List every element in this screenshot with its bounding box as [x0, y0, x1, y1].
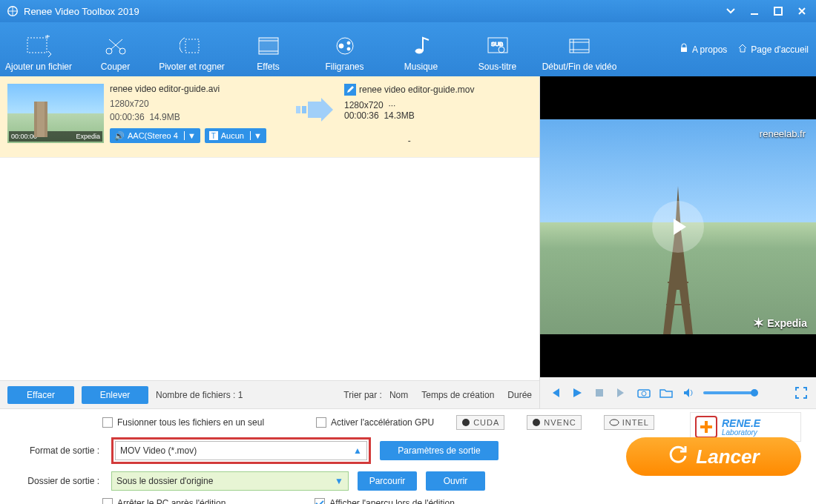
home-link[interactable]: Page d'accueil: [737, 43, 809, 56]
main-toolbar: Ajouter un fichier Couper Pivoter et rog…: [0, 22, 816, 76]
gpu-badge-cuda: CUDA: [456, 415, 504, 430]
svg-rect-15: [570, 39, 589, 53]
about-label: A propos: [692, 44, 727, 55]
output-params-button[interactable]: Paramètres de sortie: [380, 441, 499, 460]
sort-by-name[interactable]: Nom: [389, 390, 408, 400]
play-overlay-button[interactable]: [652, 201, 704, 253]
play-button[interactable]: [570, 385, 585, 400]
minimize-icon[interactable]: [746, 3, 763, 19]
svg-rect-16: [681, 47, 687, 52]
subtitle-dropdown[interactable]: T Aucun ▼: [205, 128, 266, 143]
rename-button[interactable]: [344, 84, 356, 96]
merge-checkbox[interactable]: [102, 417, 113, 428]
folder-label: Dossier de sortie :: [10, 476, 102, 486]
snapshot-button[interactable]: [636, 385, 651, 400]
launch-label: Lancer: [696, 445, 759, 468]
clear-button[interactable]: Effacer: [7, 386, 74, 404]
sort-by-label: Trier par :: [343, 390, 382, 400]
file-count-label: Nombre de fichiers : 1: [156, 390, 243, 400]
subs-pill-label: Aucun: [221, 131, 244, 140]
lock-icon: [679, 43, 689, 56]
toolbar-label: Filigranes: [325, 62, 363, 72]
conversion-arrow: [291, 84, 338, 150]
audio-track-dropdown[interactable]: 🔊 AAC(Stereo 4 ▼: [110, 128, 200, 143]
svg-point-14: [499, 47, 504, 53]
toolbar-label: Effets: [257, 62, 279, 72]
speaker-icon: 🔊: [114, 131, 125, 141]
thumb-source: Expedia: [76, 133, 100, 140]
sort-by-time[interactable]: Temps de création: [421, 390, 494, 400]
shutdown-checkbox[interactable]: [102, 498, 113, 504]
preview-source-badge: ✶Expedia: [753, 315, 807, 331]
volume-icon[interactable]: [681, 385, 696, 400]
logo-cross-icon: [695, 416, 717, 438]
toolbar-rotate-crop[interactable]: Pivoter et rogner: [154, 22, 230, 76]
fullscreen-button[interactable]: [794, 385, 809, 400]
music-icon: [409, 33, 434, 59]
open-folder-button[interactable]: [659, 385, 674, 400]
svg-point-10: [347, 47, 350, 50]
toolbar-label: Couper: [101, 62, 130, 72]
svg-rect-1: [774, 7, 782, 15]
output-resolution: 1280x720: [344, 100, 384, 110]
preview-pane: reneelab.fr ✶Expedia: [540, 76, 816, 408]
app-logo-icon: [6, 4, 19, 18]
svg-point-22: [462, 419, 470, 426]
next-button[interactable]: [614, 385, 629, 400]
chevron-down-icon: ▼: [335, 476, 343, 486]
about-link[interactable]: A propos: [679, 43, 727, 56]
stop-button[interactable]: [592, 385, 607, 400]
sort-by-duration[interactable]: Durée: [507, 390, 532, 400]
input-filename: renee video editor-guide.avi: [110, 84, 285, 94]
scissors-icon: [103, 33, 128, 59]
browse-button[interactable]: Parcourir: [358, 471, 417, 491]
input-size: 14.9MB: [149, 112, 180, 122]
output-folder-dropdown[interactable]: Sous le dossier d'origine ▼: [111, 471, 349, 491]
volume-slider[interactable]: [703, 391, 757, 394]
preview-checkbox[interactable]: [315, 498, 325, 504]
logo-sub-text: Laboratory: [722, 428, 760, 437]
svg-rect-18: [302, 106, 306, 113]
close-icon[interactable]: [794, 3, 810, 19]
toolbar-label: Sous-titre: [478, 62, 516, 72]
format-value: MOV Video (*.mov): [120, 445, 197, 456]
toolbar-cut[interactable]: Couper: [77, 22, 154, 76]
watermark-icon: [332, 33, 358, 59]
file-thumbnail: 00:00:00 Expedia: [7, 84, 104, 143]
open-button[interactable]: Ouvrir: [426, 471, 485, 491]
svg-point-24: [610, 420, 619, 425]
toolbar-effects[interactable]: Effets: [230, 22, 306, 76]
chevron-down-icon: ▼: [184, 131, 196, 140]
add-file-icon: [26, 33, 51, 59]
output-panel: RENE.E Laboratory Fusionner tous les fic…: [0, 408, 816, 504]
maximize-icon[interactable]: [770, 3, 786, 19]
svg-point-9: [347, 42, 350, 44]
shutdown-label: Arrêter le PC après l'édition: [117, 498, 226, 504]
svg-point-8: [339, 44, 343, 48]
gpu-checkbox[interactable]: [316, 417, 326, 428]
toolbar-music[interactable]: Musique: [383, 22, 459, 76]
toolbar-trim[interactable]: Début/Fin de vidéo: [536, 22, 623, 76]
output-dots: ···: [388, 100, 395, 110]
merge-label: Fusionner tous les fichiers en un seul: [117, 417, 264, 428]
menu-down-icon[interactable]: [723, 3, 739, 19]
logo-main-text: RENE.E: [722, 418, 760, 428]
output-format-dropdown[interactable]: MOV Video (*.mov) ▲: [115, 441, 367, 460]
subtitle-icon: SUB: [485, 33, 510, 59]
svg-rect-2: [27, 38, 47, 53]
toolbar-add-file[interactable]: Ajouter un fichier: [0, 22, 77, 76]
launch-button[interactable]: Lancer: [626, 437, 801, 476]
remove-button[interactable]: Enlever: [82, 386, 148, 404]
home-icon: [737, 43, 748, 56]
svg-rect-17: [296, 106, 300, 113]
prev-button[interactable]: [547, 385, 562, 400]
output-size: 14.3MB: [384, 110, 414, 121]
list-toolbar: Effacer Enlever Nombre de fichiers : 1 T…: [0, 380, 539, 408]
effects-icon: [256, 33, 281, 59]
file-row[interactable]: 00:00:00 Expedia renee video editor-guid…: [0, 76, 539, 158]
chevron-down-icon: ▼: [250, 131, 262, 140]
file-list-pane: 00:00:00 Expedia renee video editor-guid…: [0, 76, 540, 408]
toolbar-subtitle[interactable]: SUB Sous-titre: [459, 22, 536, 76]
main-area: 00:00:00 Expedia renee video editor-guid…: [0, 76, 816, 408]
toolbar-watermarks[interactable]: Filigranes: [306, 22, 383, 76]
